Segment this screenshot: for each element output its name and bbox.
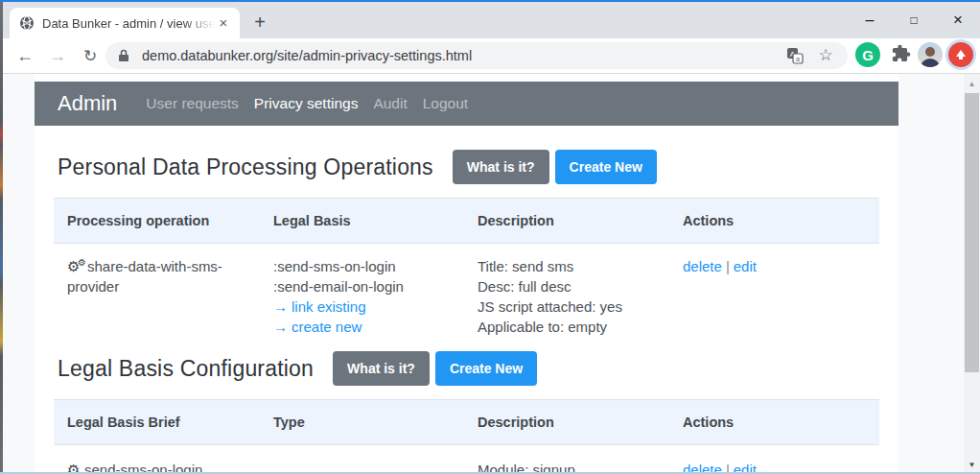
col-header-type: Type bbox=[260, 400, 464, 445]
legal-basis-table: Legal Basis Brief Type Description Actio… bbox=[54, 399, 879, 474]
extensions-puzzle-icon[interactable] bbox=[888, 42, 913, 67]
nav-item-user-requests[interactable]: User requests bbox=[146, 95, 238, 112]
grammarly-extension-icon[interactable]: G bbox=[855, 42, 880, 67]
description-line: Title: send sms bbox=[478, 256, 656, 276]
description-line: Desc: full desc bbox=[478, 276, 656, 296]
forward-icon[interactable]: → bbox=[44, 42, 71, 69]
cogs-icon: ⚙⚙ bbox=[67, 256, 87, 276]
scrollbar-thumb[interactable] bbox=[965, 93, 979, 372]
separator: | bbox=[726, 258, 730, 274]
url-text: demo.databunker.org/site/admin-privacy-s… bbox=[142, 42, 472, 69]
type-cell bbox=[260, 445, 464, 474]
navbar-brand[interactable]: Admin bbox=[58, 91, 117, 116]
processing-operations-table: Processing operation Legal Basis Descrip… bbox=[54, 198, 879, 349]
col-header-actions: Actions bbox=[669, 199, 879, 244]
table-row: ⚙send-sms-on-login Module: signup delete… bbox=[54, 445, 879, 474]
nav-item-audit[interactable]: Audit bbox=[373, 95, 407, 112]
create-new-button-1[interactable]: Create New bbox=[555, 150, 657, 184]
scroll-down-icon[interactable]: ▼ bbox=[964, 457, 980, 472]
new-tab-button[interactable]: + bbox=[247, 11, 272, 36]
browser-toolbar: ← → ↻ demo.databunker.org/site/admin-pri… bbox=[0, 38, 980, 74]
link-existing-link[interactable]: link existing bbox=[292, 298, 366, 315]
create-new-button-2[interactable]: Create New bbox=[435, 351, 537, 386]
what-is-it-button-1[interactable]: What is it? bbox=[453, 150, 549, 184]
description-line: Applicable to: empty bbox=[478, 317, 656, 337]
scroll-up-icon[interactable]: ▲ bbox=[964, 76, 980, 91]
tab-title: Data Bunker - admin / view user bbox=[42, 16, 215, 31]
profile-avatar[interactable] bbox=[918, 42, 943, 67]
create-new-link[interactable]: create new bbox=[292, 319, 362, 335]
col-header-description: Description bbox=[464, 400, 669, 445]
col-header-processing-operation: Processing operation bbox=[54, 199, 260, 244]
section-title-processing-operations: Personal Data Processing Operations bbox=[58, 154, 433, 180]
browser-tab[interactable]: Data Bunker - admin / view user × bbox=[10, 8, 240, 38]
page-scrollbar[interactable]: ▲ ▼ bbox=[964, 74, 980, 474]
address-bar[interactable]: demo.databunker.org/site/admin-privacy-s… bbox=[105, 42, 848, 69]
arrow-right-icon: → bbox=[273, 319, 288, 335]
section-title-legal-basis: Legal Basis Configuration bbox=[58, 356, 314, 382]
what-is-it-button-2[interactable]: What is it? bbox=[333, 351, 430, 386]
legal-basis-value: :send-email-on-login bbox=[273, 276, 451, 296]
legal-basis-value: :send-sms-on-login bbox=[273, 256, 451, 276]
col-header-legal-basis-brief: Legal Basis Brief bbox=[54, 400, 260, 445]
edit-link[interactable]: edit bbox=[734, 258, 757, 274]
window-maximize-button[interactable]: □ bbox=[892, 2, 936, 38]
window-top-border bbox=[0, 0, 980, 2]
lock-icon[interactable] bbox=[118, 49, 129, 62]
globe-favicon-icon bbox=[19, 15, 35, 31]
tab-close-icon[interactable]: × bbox=[215, 14, 232, 32]
operation-name: share-data-with-sms-provider bbox=[67, 258, 222, 295]
nav-item-logout[interactable]: Logout bbox=[423, 95, 468, 112]
description-line: JS script attached: yes bbox=[478, 296, 656, 317]
table-row: ⚙⚙share-data-with-sms-provider :send-sms… bbox=[54, 244, 879, 350]
page-container: Admin User requests Privacy settings Aud… bbox=[35, 74, 898, 474]
admin-navbar: Admin User requests Privacy settings Aud… bbox=[35, 82, 898, 126]
col-header-description: Description bbox=[464, 199, 669, 244]
delete-link[interactable]: delete bbox=[683, 258, 722, 274]
back-icon[interactable]: ← bbox=[12, 42, 38, 69]
bookmark-star-icon[interactable]: ☆ bbox=[817, 47, 834, 64]
arrow-right-icon: → bbox=[273, 298, 288, 315]
red-extension-icon[interactable] bbox=[948, 42, 973, 67]
reload-icon[interactable]: ↻ bbox=[77, 42, 104, 69]
svg-text:a: a bbox=[796, 56, 800, 62]
nav-item-privacy-settings[interactable]: Privacy settings bbox=[254, 95, 359, 112]
translate-icon[interactable]: A a bbox=[786, 47, 804, 64]
col-header-legal-basis: Legal Basis bbox=[260, 199, 464, 244]
col-header-actions: Actions bbox=[669, 400, 879, 445]
desktop-edge-sliver bbox=[0, 0, 3, 474]
browser-titlebar: Data Bunker - admin / view user × + – □ … bbox=[0, 2, 980, 38]
window-minimize-button[interactable]: – bbox=[848, 2, 892, 38]
page-content: Admin User requests Privacy settings Aud… bbox=[0, 74, 980, 474]
window-close-button[interactable]: × bbox=[936, 2, 980, 38]
